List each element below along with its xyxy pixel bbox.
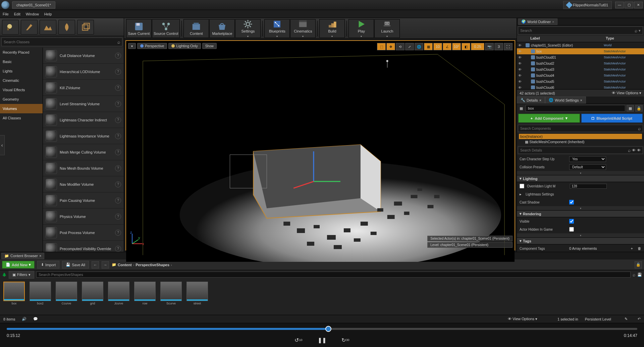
nav-back-button[interactable]: ← xyxy=(92,261,99,269)
select-tool-icon[interactable]: ⬚ xyxy=(377,43,386,50)
section-tags[interactable]: ▾ Tags xyxy=(517,237,644,244)
visibility-icon[interactable]: 👁 xyxy=(518,56,523,59)
translate-tool-icon[interactable]: ✥ xyxy=(386,43,395,50)
content-browser-tab[interactable]: 📁 Content Browser × xyxy=(1,253,44,259)
add-tag-icon[interactable]: + xyxy=(631,246,633,250)
cb-lock-icon[interactable]: 🔒 xyxy=(635,261,642,269)
outliner-row[interactable]: 👁boxStaticMeshActor xyxy=(517,48,644,54)
visibility-icon[interactable]: 👁 xyxy=(518,74,523,77)
camera-speed-icon[interactable]: 📷 xyxy=(485,43,494,50)
classes-search[interactable] xyxy=(1,38,122,46)
help-icon[interactable]: ? xyxy=(115,181,121,187)
asset-item[interactable]: grid xyxy=(81,282,104,312)
mode-foliage-icon[interactable] xyxy=(58,20,75,35)
blueprints-button[interactable]: Blueprints xyxy=(264,19,290,38)
cinematics-button[interactable]: Cinematics xyxy=(290,19,316,38)
place-item[interactable]: Hierarchical LODVolume? xyxy=(43,64,124,80)
component-tree[interactable]: box(Instance) ▦ StaticMeshComponent (Inh… xyxy=(517,133,644,146)
help-icon[interactable]: ? xyxy=(115,230,121,236)
category-volumes[interactable]: Volumes xyxy=(0,104,43,113)
expand-icon[interactable]: ▾ xyxy=(517,233,644,237)
build-button[interactable]: Build xyxy=(319,19,345,38)
place-item[interactable]: Mesh Merge Culling Volume? xyxy=(43,144,124,160)
overridden-light-checkbox[interactable] xyxy=(520,184,524,188)
actor-name-input[interactable] xyxy=(526,105,625,112)
rotation-snap-icon[interactable]: ∠ xyxy=(443,43,451,50)
cb-search-input[interactable] xyxy=(36,272,631,278)
cb-view-options[interactable]: 👁 View Options ▾ xyxy=(508,317,537,321)
menu-edit[interactable]: Edit xyxy=(14,12,20,16)
maximize-button[interactable]: ▢ xyxy=(625,2,633,8)
document-tab[interactable]: chapter01_Scene01* xyxy=(12,1,55,9)
scale-tool-icon[interactable]: ⤢ xyxy=(405,43,414,50)
visibility-icon[interactable]: 👁 xyxy=(518,86,523,90)
viewport-menu-button[interactable]: ▾ xyxy=(128,43,136,49)
outliner-col-label[interactable]: Label xyxy=(517,36,604,42)
place-item[interactable]: Physics Volume? xyxy=(43,209,124,225)
outliner-row[interactable]: 👁bushCloud5StaticMeshActor xyxy=(517,78,644,84)
place-item[interactable]: Kill ZVolume? xyxy=(43,80,124,96)
place-item[interactable]: Lightmass Importance Volume? xyxy=(43,128,124,144)
mode-geometry-icon[interactable] xyxy=(77,20,94,35)
outliner-row[interactable]: 👁bushCloud2StaticMeshActor xyxy=(517,60,644,66)
nav-button[interactable]: ▦ xyxy=(627,105,634,112)
crumb-folder[interactable]: PerspectiveShapes xyxy=(136,263,169,267)
panel-collapse-button[interactable]: ‹ xyxy=(0,135,5,155)
minimize-button[interactable]: — xyxy=(615,2,624,8)
video-forward-button[interactable]: ↻30 xyxy=(340,335,351,345)
lock-button[interactable]: 🔒 xyxy=(635,105,643,112)
place-item[interactable]: Precomputed Visibility Override? xyxy=(43,241,124,252)
asset-item[interactable]: row xyxy=(133,282,156,312)
help-icon[interactable]: ? xyxy=(115,69,121,75)
help-icon[interactable]: ? xyxy=(115,117,121,123)
asset-item[interactable]: Ccurve xyxy=(55,282,78,312)
video-back-button[interactable]: ↺10 xyxy=(293,335,304,345)
viewport[interactable]: ▾ Perspective Lighting Only Show ⬚ ✥ ⟲ ⤢… xyxy=(125,40,515,250)
outliner-row[interactable]: 👁bushCloud4StaticMeshActor xyxy=(517,72,644,78)
collision-select[interactable]: Default xyxy=(569,164,606,170)
outliner-row[interactable]: 👁bushCloud6StaticMeshActor xyxy=(517,84,644,89)
scale-snap-value[interactable]: 0.25 xyxy=(471,43,484,50)
rotate-tool-icon[interactable]: ⟲ xyxy=(396,43,405,50)
show-button[interactable]: Show xyxy=(202,43,217,49)
visibility-icon[interactable]: 👁 xyxy=(518,68,523,71)
category-cinematic[interactable]: Cinematic xyxy=(0,76,43,85)
add-component-button[interactable]: + Add Component ▾ xyxy=(518,114,580,123)
category-lights[interactable]: Lights xyxy=(0,66,43,76)
help-icon[interactable]: ? xyxy=(115,85,121,91)
edit-icon[interactable]: ✎ xyxy=(625,317,628,321)
help-icon[interactable]: ? xyxy=(115,101,121,107)
place-item[interactable]: Pain Causing Volume? xyxy=(43,192,124,209)
source-control-button[interactable]: Source Control xyxy=(152,19,180,38)
clear-tags-icon[interactable]: 🗑 xyxy=(638,246,641,250)
place-item[interactable]: Level Streaming Volume? xyxy=(43,96,124,112)
outliner-view-options[interactable]: 👁 View Options ▾ xyxy=(612,91,641,95)
asset-item[interactable]: street xyxy=(186,282,209,312)
video-seek-track[interactable] xyxy=(7,328,637,330)
world-settings-tab[interactable]: 🌐World Settings× xyxy=(545,97,586,104)
video-pause-button[interactable]: ❚❚ xyxy=(317,335,327,345)
place-item[interactable]: Nav Modifier Volume? xyxy=(43,176,124,192)
place-item[interactable]: Nav Mesh Bounds Volume? xyxy=(43,160,124,176)
video-seek-handle[interactable] xyxy=(325,326,331,332)
grid-snap-toggle[interactable]: 10 xyxy=(433,43,442,50)
section-lighting[interactable]: ▾ Lighting xyxy=(517,175,644,182)
nav-forward-button[interactable]: → xyxy=(102,261,109,269)
overridden-light-input[interactable] xyxy=(570,184,607,189)
visibility-icon[interactable]: 👁 xyxy=(518,62,523,65)
outliner-row[interactable]: 👁bushCloud3StaticMeshActor xyxy=(517,66,644,72)
save-current-button[interactable]: Save Current xyxy=(126,19,152,38)
import-button[interactable]: ⬇ Import xyxy=(37,261,59,269)
category-all-classes[interactable]: All Classes xyxy=(0,113,43,123)
help-icon[interactable]: ? xyxy=(115,246,121,252)
coord-space-icon[interactable]: 🌐 xyxy=(415,43,423,50)
place-item[interactable]: Post Process Volume? xyxy=(43,225,124,241)
visibility-icon[interactable]: 👁 xyxy=(518,44,523,47)
category-recently-placed[interactable]: Recently Placed xyxy=(0,48,43,57)
search-components-input[interactable] xyxy=(520,127,638,130)
menu-help[interactable]: Help xyxy=(44,12,52,16)
help-icon[interactable]: ? xyxy=(115,197,121,204)
blueprint-add-script-button[interactable]: ◻ Blueprint/Add Script xyxy=(581,114,643,123)
outliner-search-input[interactable] xyxy=(520,28,635,33)
help-icon[interactable]: ? xyxy=(115,214,121,220)
